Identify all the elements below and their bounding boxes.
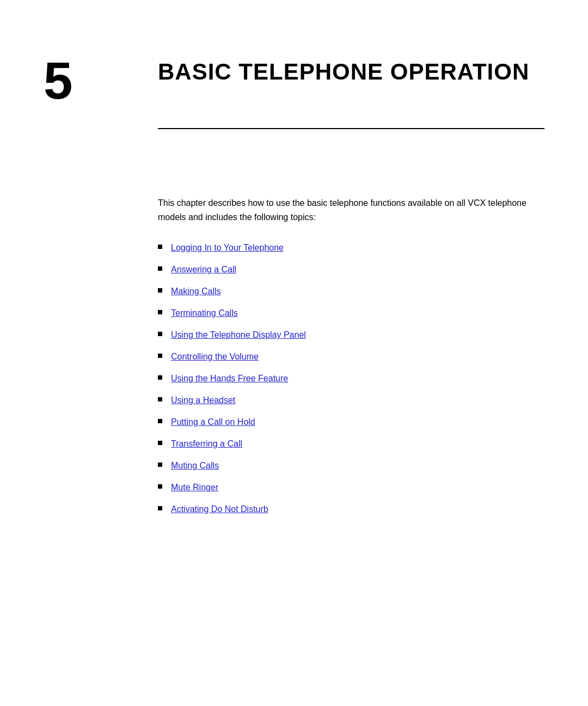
toc-link-10[interactable]: Muting Calls: [171, 459, 219, 472]
toc-link-3[interactable]: Terminating Calls: [171, 307, 238, 320]
bullet-icon: [158, 462, 162, 467]
intro-paragraph: This chapter describes how to use the ba…: [158, 196, 544, 224]
bullet-icon: [158, 375, 162, 380]
chapter-divider: [158, 128, 544, 129]
bullet-icon: [158, 506, 162, 510]
bullet-icon: [158, 288, 162, 293]
toc-item: Mute Ringer: [158, 481, 544, 494]
toc-link-2[interactable]: Making Calls: [171, 285, 221, 298]
toc-item: Controlling the Volume: [158, 350, 544, 363]
content-area: This chapter describes how to use the ba…: [158, 196, 544, 525]
bullet-icon: [158, 354, 162, 358]
bullet-icon: [158, 441, 162, 445]
toc-link-5[interactable]: Controlling the Volume: [171, 350, 259, 363]
bullet-icon: [158, 419, 162, 423]
toc-link-7[interactable]: Using a Headset: [171, 394, 235, 407]
chapter-number: 5: [44, 54, 72, 107]
toc-item: Answering a Call: [158, 263, 544, 276]
bullet-icon: [158, 245, 162, 249]
toc-link-1[interactable]: Answering a Call: [171, 263, 236, 276]
bullet-icon: [158, 397, 162, 401]
toc-item: Terminating Calls: [158, 307, 544, 320]
chapter-title: Basic Telephone Operation: [158, 59, 544, 85]
toc-item: Making Calls: [158, 285, 544, 298]
toc-item: Using the Hands Free Feature: [158, 372, 544, 385]
toc-link-11[interactable]: Mute Ringer: [171, 481, 218, 494]
bullet-icon: [158, 484, 162, 489]
bullet-icon: [158, 310, 162, 314]
toc-item: Using a Headset: [158, 394, 544, 407]
toc-link-9[interactable]: Transferring a Call: [171, 437, 242, 451]
toc-link-6[interactable]: Using the Hands Free Feature: [171, 372, 288, 385]
toc-item: Activating Do Not Disturb: [158, 503, 544, 516]
toc-item: Muting Calls: [158, 459, 544, 472]
toc-item: Using the Telephone Display Panel: [158, 328, 544, 342]
toc-link-8[interactable]: Putting a Call on Hold: [171, 416, 255, 429]
toc-link-0[interactable]: Logging In to Your Telephone: [171, 241, 284, 254]
page-container: 5 Basic Telephone Operation This chapter…: [0, 0, 588, 706]
toc-link-12[interactable]: Activating Do Not Disturb: [171, 503, 268, 516]
bullet-icon: [158, 332, 162, 336]
toc-link-4[interactable]: Using the Telephone Display Panel: [171, 328, 306, 342]
toc-item: Putting a Call on Hold: [158, 416, 544, 429]
bullet-icon: [158, 266, 162, 271]
toc-item: Transferring a Call: [158, 437, 544, 451]
toc-item: Logging In to Your Telephone: [158, 241, 544, 254]
toc-list: Logging In to Your TelephoneAnswering a …: [158, 241, 544, 516]
